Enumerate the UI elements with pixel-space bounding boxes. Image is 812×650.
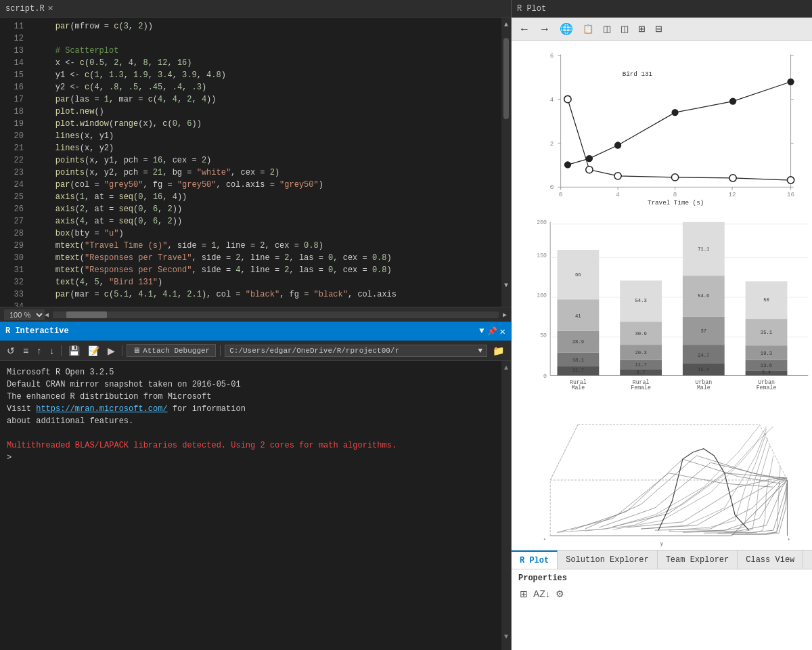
svg-text:Female: Female bbox=[757, 385, 777, 391]
code-line: par(col = "grey50", fg = "grey50", col.a… bbox=[36, 179, 496, 191]
tab-solution-explorer-label: Solution Explorer bbox=[566, 555, 648, 565]
svg-point-33 bbox=[787, 79, 794, 85]
code-line: points(x, y1, pch = 16, cex = 2) bbox=[36, 154, 496, 167]
code-editor: 11 12 13 14 15 16 17 18 19 20 21 22 23 2… bbox=[0, 18, 511, 307]
svg-text:0: 0 bbox=[543, 373, 547, 379]
console-scrollbar[interactable]: ▲ ▼ bbox=[501, 361, 511, 650]
toolbar-separator bbox=[61, 345, 62, 356]
code-line: lines(x, y2) bbox=[36, 142, 496, 154]
editor-scrollbar[interactable]: ▲ ▼ bbox=[501, 18, 511, 307]
svg-text:4: 4 bbox=[616, 191, 620, 198]
ri-down-btn[interactable]: ↓ bbox=[47, 344, 57, 358]
ri-script-btn[interactable]: 📝 bbox=[85, 344, 102, 358]
code-line bbox=[36, 32, 496, 45]
code-content[interactable]: par(mfrow = c(3, 2)) # Scatterplot x <- … bbox=[30, 18, 501, 307]
ri-up-btn[interactable]: ↑ bbox=[34, 344, 44, 358]
code-line: axis(1, at = seq(0, 16, 4)) bbox=[36, 191, 496, 203]
svg-text:11.7: 11.7 bbox=[572, 368, 584, 373]
code-line: box(bty = "u") bbox=[36, 228, 496, 240]
tab-rplot[interactable]: R Plot bbox=[512, 550, 558, 569]
svg-text:41: 41 bbox=[575, 313, 581, 319]
ri-list-btn[interactable]: ≡ bbox=[20, 344, 31, 358]
attach-debugger-btn[interactable]: 🖥 Attach Debugger bbox=[127, 344, 216, 357]
svg-text:4: 4 bbox=[550, 96, 554, 104]
prop-grid-btn[interactable]: ⊞ bbox=[518, 587, 529, 601]
r-interactive-bar: R Interactive ▼ 📌 ✕ bbox=[0, 322, 511, 341]
tab-class-view[interactable]: Class View bbox=[738, 550, 803, 569]
ri-close-icon[interactable]: ✕ bbox=[500, 326, 505, 337]
editor-title: script.R bbox=[5, 4, 45, 14]
scroll-down-arrow[interactable]: ▼ bbox=[501, 278, 511, 292]
ri-dropdown-icon[interactable]: ▼ bbox=[479, 326, 484, 336]
mran-link[interactable]: https://mran.microsoft.com/ bbox=[36, 404, 167, 414]
rplot-export1-btn[interactable]: ◫ bbox=[600, 22, 614, 36]
svg-text:19.3: 19.3 bbox=[761, 351, 772, 356]
prop-az-btn[interactable]: AZ↓ bbox=[532, 587, 551, 601]
svg-text:Male: Male bbox=[571, 385, 585, 391]
ri-save-btn[interactable]: 💾 bbox=[66, 344, 83, 358]
rplot-zoom-in-btn[interactable]: ⊞ bbox=[635, 22, 649, 36]
path-selector[interactable]: C:/Users/edgar/OneDrive/R/rproject00/r ▼ bbox=[225, 345, 487, 357]
properties-panel: Properties ⊞ AZ↓ ⚙ bbox=[512, 569, 812, 650]
svg-text:16: 16 bbox=[787, 191, 794, 198]
code-line: mtext("Responses per Travel", side = 2, … bbox=[36, 252, 496, 264]
svg-text:54.6: 54.6 bbox=[698, 293, 709, 299]
svg-text:54.3: 54.3 bbox=[635, 298, 646, 303]
prop-settings-btn[interactable]: ⚙ bbox=[554, 587, 566, 601]
ri-folder-btn[interactable]: 📁 bbox=[490, 344, 507, 358]
svg-text:8: 8 bbox=[673, 191, 677, 198]
ri-pin-icon[interactable]: 📌 bbox=[487, 326, 497, 337]
editor-close-btn[interactable]: ✕ bbox=[47, 4, 53, 13]
svg-text:15.4: 15.4 bbox=[698, 367, 709, 372]
horizontal-scrollbar[interactable] bbox=[53, 311, 499, 318]
scroll-left-arrow[interactable]: ◀ bbox=[45, 311, 49, 319]
r-console-container: Microsoft R Open 3.2.5 Default CRAN mirr… bbox=[0, 361, 511, 650]
svg-text:*: * bbox=[787, 538, 790, 543]
rplot-title: R Plot bbox=[517, 4, 807, 14]
toolbar-separator-3 bbox=[220, 345, 221, 356]
editor-titlebar: script.R ✕ bbox=[0, 0, 511, 18]
scrollbar-thumb[interactable] bbox=[503, 38, 509, 119]
svg-point-39 bbox=[787, 177, 794, 183]
svg-text:Male: Male bbox=[697, 385, 710, 391]
rplot-back-btn[interactable]: ← bbox=[516, 21, 533, 37]
console-line-5: about additional features. bbox=[7, 415, 495, 427]
r-console[interactable]: Microsoft R Open 3.2.5 Default CRAN mirr… bbox=[0, 361, 501, 650]
tab-team-explorer[interactable]: Team Explorer bbox=[658, 550, 738, 569]
svg-text:24.7: 24.7 bbox=[698, 353, 709, 358]
rplot-toolbar: ← → 🌐 📋 ◫ ◫ ⊞ ⊟ bbox=[512, 18, 812, 41]
code-line: mtext("Travel Time (s)", side = 1, line … bbox=[36, 240, 496, 252]
surface-plot-group: * * y bbox=[522, 417, 801, 546]
svg-text:18.1: 18.1 bbox=[572, 358, 584, 363]
rplot-area: 0 2 4 6 0 4 bbox=[512, 41, 812, 550]
rplot-zoom-out-btn[interactable]: ⊟ bbox=[652, 22, 666, 36]
hscrollbar-thumb[interactable] bbox=[66, 311, 107, 318]
svg-text:100: 100 bbox=[537, 292, 547, 299]
ri-run-btn[interactable]: ▶ bbox=[105, 344, 118, 358]
scroll-up-arrow[interactable]: ▲ bbox=[501, 18, 511, 31]
scroll-right-arrow[interactable]: ▶ bbox=[503, 311, 507, 319]
svg-text:50: 50 bbox=[540, 332, 547, 339]
svg-text:28.9: 28.9 bbox=[572, 339, 584, 345]
svg-text:11.7: 11.7 bbox=[635, 362, 646, 368]
tab-solution-explorer[interactable]: Solution Explorer bbox=[558, 550, 657, 569]
code-line: y1 <- c(1, 1.3, 1.9, 3.4, 3.9, 4.8) bbox=[36, 69, 496, 81]
ri-refresh-btn[interactable]: ↺ bbox=[4, 344, 18, 358]
svg-point-34 bbox=[564, 95, 571, 102]
code-line: par(mfrow = c(3, 2)) bbox=[36, 20, 496, 32]
rplot-export2-btn[interactable]: ◫ bbox=[617, 22, 632, 36]
console-scroll-up[interactable]: ▲ bbox=[501, 361, 511, 374]
zoom-selector[interactable]: 100 % bbox=[4, 309, 45, 320]
svg-text:0: 0 bbox=[550, 183, 554, 191]
editor-bottom-bar: 100 % ◀ ▶ bbox=[0, 307, 511, 322]
code-line: x <- c(0.5, 2, 4, 8, 12, 16) bbox=[36, 57, 496, 69]
svg-text:2: 2 bbox=[550, 140, 554, 148]
path-dropdown-icon: ▼ bbox=[478, 347, 482, 355]
rplot-globe-btn[interactable]: 🌐 bbox=[556, 20, 577, 37]
svg-text:y: y bbox=[660, 541, 664, 546]
rplot-forward-btn[interactable]: → bbox=[536, 21, 554, 37]
rplot-copy-btn[interactable]: 📋 bbox=[579, 22, 597, 36]
tab-class-view-label: Class View bbox=[746, 555, 794, 565]
code-line: axis(4, at = seq(0, 6, 2)) bbox=[36, 215, 496, 228]
console-scroll-down[interactable]: ▼ bbox=[501, 630, 511, 643]
